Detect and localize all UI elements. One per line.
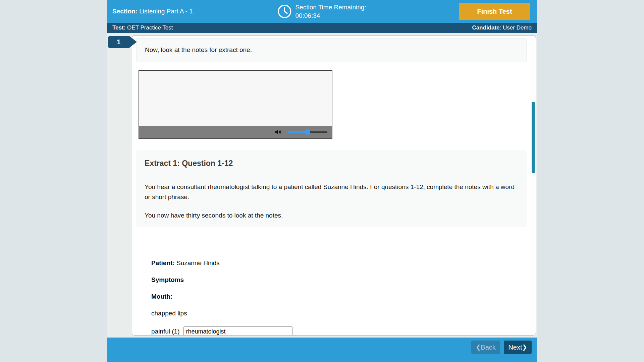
next-button[interactable]: Next❯ [504, 341, 532, 354]
audio-player [139, 70, 332, 139]
question-number: 1 [108, 36, 129, 48]
audio-control-bar [139, 126, 332, 138]
test-label: Test: [112, 24, 125, 31]
tab-arrow-shape [129, 36, 137, 48]
question-1-label: painful (1) [151, 328, 180, 335]
volume-slider[interactable] [287, 131, 327, 133]
mouth-heading: Mouth: [151, 293, 292, 299]
timer-value: 00:06:34 [295, 11, 366, 20]
test-app-window: Section: Listening Part A - 1 Section Ti… [107, 0, 537, 362]
patient-label: Patient: [151, 259, 175, 266]
instruction-box: Now, look at the notes for extract one. [136, 38, 527, 62]
symptoms-heading: Symptoms [151, 276, 292, 283]
extract-paragraph-2: You now have thirty seconds to look at t… [145, 212, 518, 219]
extract-paragraph-1: You hear a consultant rheumatologist tal… [145, 182, 516, 202]
test-info-bar: Test: OET Practice Test Candidate: User … [107, 23, 537, 33]
top-header-bar: Section: Listening Part A - 1 Section Ti… [107, 0, 537, 23]
question-1-answer-input[interactable] [183, 326, 292, 336]
candidate-value: : User Demo [500, 24, 532, 31]
section-value: Listening Part A - 1 [138, 8, 193, 15]
patient-notes: Patient: Suzanne Hinds Symptoms Mouth: c… [151, 259, 292, 336]
patient-line: Patient: Suzanne Hinds [151, 259, 292, 266]
next-button-label: Next [508, 344, 522, 351]
question-number-tab[interactable]: 1 [108, 36, 137, 48]
panel-scrollbar [531, 36, 535, 335]
chevron-left-icon: ❮ [476, 344, 481, 351]
back-button-label: Back [481, 344, 495, 351]
patient-name: Suzanne Hinds [175, 259, 220, 266]
extract-instructions-panel: Extract 1: Question 1-12 You hear a cons… [136, 150, 527, 227]
back-button[interactable]: ❮Back [471, 341, 500, 354]
symptom-item: chapped lips [151, 310, 292, 316]
test-title: Test: OET Practice Test [112, 24, 173, 31]
navigation-bar: ❮Back Next❯ [107, 338, 537, 362]
candidate-info: Candidate: User Demo [472, 24, 532, 31]
section-title: Section: Listening Part A - 1 [112, 8, 193, 15]
speaker-icon[interactable] [274, 128, 282, 136]
test-value: OET Practice Test [125, 24, 173, 31]
clock-icon [277, 4, 292, 19]
question-panel: Now, look at the notes for extract one. [132, 35, 536, 336]
candidate-label: Candidate [472, 24, 499, 31]
instruction-text: Now, look at the notes for extract one. [145, 46, 252, 53]
section-timer: Section Time Remaining: 00:06:34 [277, 3, 366, 20]
scrollbar-thumb[interactable] [532, 102, 535, 173]
volume-thumb[interactable] [305, 129, 310, 135]
volume-fill [287, 131, 308, 133]
question-1-row: painful (1) [151, 326, 292, 336]
timer-label: Section Time Remaining: [295, 3, 366, 11]
extract-heading: Extract 1: Question 1-12 [145, 159, 518, 168]
section-label: Section: [112, 8, 138, 15]
finish-test-button[interactable]: Finish Test [459, 3, 530, 20]
content-area: 1 Now, look at the notes for extract one… [107, 33, 537, 338]
chevron-right-icon: ❯ [522, 344, 527, 351]
